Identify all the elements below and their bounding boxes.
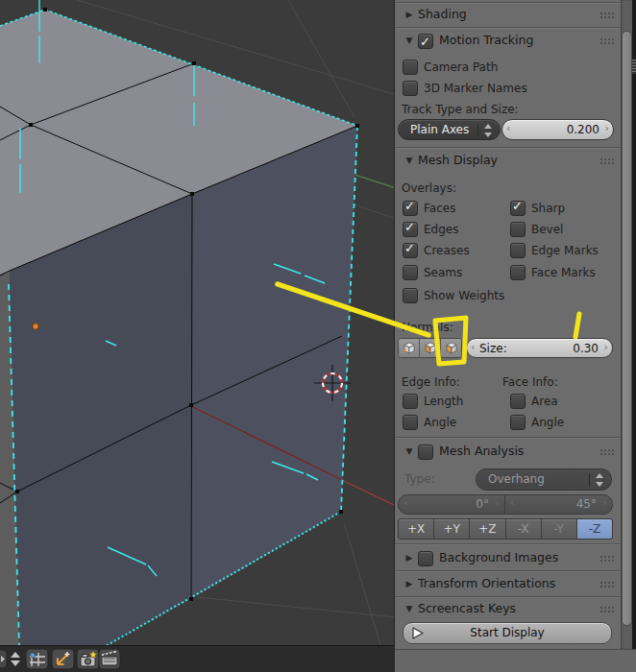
axis-plus-z-button[interactable]: +Z: [470, 519, 504, 539]
bevel-checkbox[interactable]: ✓: [510, 222, 526, 237]
show-weights-label: Show Weights: [424, 289, 504, 302]
scrollbar-thumb[interactable]: [622, 31, 632, 626]
size-label: Size:: [479, 342, 507, 355]
panel-header-motion-tracking[interactable]: ▼ ✓ Motion Tracking: [395, 30, 621, 51]
panel-header-background-images[interactable]: ▶ ✓ Background Images: [395, 547, 621, 568]
drag-dots-icon[interactable]: [599, 37, 614, 44]
axis-plus-x-button[interactable]: +X: [399, 519, 433, 539]
analysis-type-dropdown[interactable]: Overhang: [476, 468, 612, 491]
collapse-arrow-icon[interactable]: ▼: [403, 441, 416, 462]
angle-min-value: 0°: [476, 497, 489, 511]
mesh-front-left-face: [10, 194, 192, 645]
vertex-normal-cube-icon: [403, 342, 416, 355]
edges-label: Edges: [424, 223, 458, 236]
arrow-add-icon[interactable]: [52, 649, 74, 669]
axis-minus-y-button[interactable]: -Y: [542, 519, 576, 539]
face-normals-button[interactable]: [441, 339, 461, 357]
panel-header-screencast-keys[interactable]: ▼ Screencast Keys: [395, 598, 621, 619]
collapse-arrow-icon[interactable]: ▼: [403, 150, 416, 171]
3d-marker-names-label: 3D Marker Names: [424, 82, 527, 95]
3d-viewport[interactable]: [0, 0, 396, 645]
edge-marks-checkbox[interactable]: ✓: [510, 243, 526, 258]
increment-arrow-icon[interactable]: ›: [604, 341, 608, 353]
region-grip-icon[interactable]: [632, 60, 636, 74]
panel-header-shading[interactable]: ▶ Shading: [395, 4, 621, 25]
track-size-value: 0.200: [567, 123, 599, 136]
area-label: Area: [531, 395, 558, 408]
drag-dots-icon[interactable]: [599, 448, 614, 455]
faces-checkbox[interactable]: ✓: [403, 201, 418, 216]
drag-dots-icon[interactable]: [599, 157, 614, 164]
face-marks-label: Face Marks: [531, 266, 596, 279]
drag-dots-icon[interactable]: [599, 581, 614, 588]
creases-label: Creases: [424, 244, 470, 257]
sharp-label: Sharp: [531, 202, 565, 215]
collapse-arrow-icon[interactable]: ▼: [403, 30, 416, 51]
camera-path-checkbox[interactable]: ✓: [403, 60, 418, 75]
face-angle-label: Angle: [531, 416, 564, 429]
panel-header-transform-orientations[interactable]: ▶ Transform Orientations: [395, 573, 621, 594]
length-label: Length: [424, 395, 463, 408]
collapse-arrow-icon[interactable]: ▶: [403, 4, 416, 25]
panel-scrollbar[interactable]: [621, 0, 632, 649]
panel-footer-area: [395, 649, 636, 672]
3d-marker-names-checkbox[interactable]: ✓: [403, 81, 418, 96]
axis-minus-z-button[interactable]: -Z: [577, 519, 612, 539]
overlays-label: Overlays:: [402, 181, 456, 195]
panel-title: Screencast Keys: [418, 598, 516, 619]
decrement-arrow-icon[interactable]: ‹: [471, 341, 475, 353]
creases-checkbox[interactable]: ✓: [403, 243, 418, 258]
seams-label: Seams: [424, 266, 462, 279]
panel-header-mesh-display[interactable]: ▼ Mesh Display: [395, 150, 621, 171]
area-checkbox[interactable]: ✓: [510, 394, 526, 409]
face-info-label: Face Info:: [502, 375, 558, 389]
track-type-size-label: Track Type and Size:: [402, 103, 519, 116]
mesh-analysis-checkbox[interactable]: ✓: [418, 444, 433, 460]
decrement-arrow-icon[interactable]: ‹: [506, 122, 510, 134]
increment-arrow-icon[interactable]: ›: [605, 122, 609, 134]
drag-dots-icon[interactable]: [599, 606, 614, 612]
angle-max-slider[interactable]: ‹ 45° ›: [504, 494, 613, 515]
face-marks-checkbox[interactable]: ✓: [510, 265, 526, 280]
drag-dots-icon[interactable]: [599, 555, 614, 562]
length-checkbox[interactable]: ✓: [403, 394, 418, 409]
track-type-dropdown[interactable]: Plain Axes: [398, 119, 501, 140]
collapse-arrow-icon[interactable]: ▼: [403, 598, 416, 619]
frame-stepper[interactable]: [0, 650, 20, 668]
axis-plus-y-button[interactable]: +Y: [434, 519, 469, 539]
angle-min-slider[interactable]: ‹ 0° ›: [398, 494, 505, 515]
show-weights-checkbox[interactable]: ✓: [403, 288, 418, 303]
sharp-checkbox[interactable]: ✓: [510, 201, 526, 216]
region-edge-strip: [632, 0, 636, 649]
panel-title: Motion Tracking: [439, 30, 533, 51]
seams-checkbox[interactable]: ✓: [403, 265, 418, 280]
panel-header-mesh-analysis[interactable]: ▼ ✓ Mesh Analysis: [395, 441, 621, 462]
dropdown-arrows-icon[interactable]: [595, 472, 605, 488]
panel-title: Mesh Display: [418, 150, 498, 171]
collapse-arrow-icon[interactable]: ▶: [403, 573, 416, 594]
edge-angle-checkbox[interactable]: ✓: [403, 415, 418, 430]
camera-path-label: Camera Path: [424, 60, 498, 74]
vertex-normals-button[interactable]: [399, 339, 420, 357]
axis-minus-x-button[interactable]: -X: [506, 519, 541, 539]
edges-checkbox[interactable]: ✓: [403, 222, 418, 237]
face-angle-checkbox[interactable]: ✓: [510, 415, 526, 430]
clapperboard-icon[interactable]: [99, 649, 120, 669]
dropdown-arrows-icon[interactable]: [483, 123, 494, 138]
loop-normals-button[interactable]: [420, 339, 441, 357]
panel-title: Mesh Analysis: [439, 441, 524, 462]
motion-tracking-checkbox[interactable]: ✓: [418, 34, 433, 49]
collapse-arrow-icon[interactable]: ▶: [403, 547, 416, 568]
loop-normal-cube-icon: [424, 342, 437, 355]
editor-grid-icon[interactable]: [26, 649, 48, 669]
edge-info-label: Edge Info:: [402, 375, 460, 389]
camera-add-icon[interactable]: [77, 649, 99, 669]
normals-size-field[interactable]: ‹ Size: 0.30 ›: [466, 338, 613, 358]
background-images-checkbox[interactable]: ✓: [418, 551, 433, 566]
edge-angle-label: Angle: [424, 416, 456, 429]
drag-dots-icon[interactable]: [599, 12, 614, 18]
origin-vertex-dot[interactable]: [33, 324, 38, 329]
angle-max-value: 45°: [576, 497, 597, 511]
track-size-field[interactable]: ‹ 0.200 ›: [501, 119, 614, 140]
start-display-button[interactable]: Start Display: [403, 622, 612, 644]
